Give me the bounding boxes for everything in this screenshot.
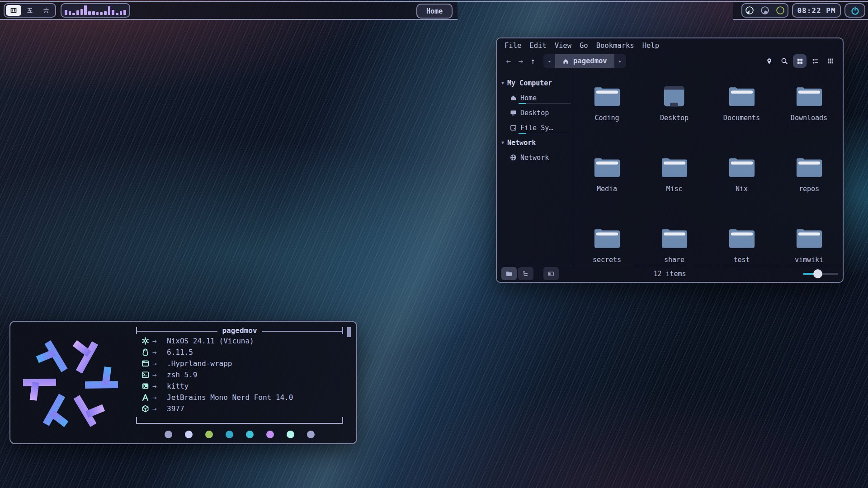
folder-vimwiki[interactable]: vimwiki <box>775 227 843 298</box>
folder-media[interactable]: Media <box>573 156 641 227</box>
grid-view-icon <box>796 57 804 65</box>
folder-misc[interactable]: Misc <box>641 156 708 227</box>
folder-nix[interactable]: Nix <box>708 156 775 227</box>
fastfetch-host-title: pagedmov <box>222 327 257 335</box>
folder-label: repos <box>799 185 819 193</box>
menu-help[interactable]: Help <box>638 41 663 50</box>
path-current-location[interactable]: pagedmov <box>555 54 614 68</box>
font-icon <box>142 394 152 401</box>
fastfetch-value: .Hyprland-wrapp <box>167 359 232 368</box>
sidebar-item-filesy[interactable]: File Sy… <box>497 120 573 135</box>
folder-icon <box>728 227 756 249</box>
folder-downloads[interactable]: Downloads <box>775 85 843 156</box>
file-manager-window: FileEditViewGoBookmarksHelp ← → ↑ ◂ page… <box>496 38 844 283</box>
tree-pane-button[interactable] <box>518 267 533 280</box>
package-icon <box>142 405 152 413</box>
compact-view-button[interactable] <box>824 54 837 68</box>
folder-documents[interactable]: Documents <box>708 85 775 156</box>
power-icon <box>850 6 860 15</box>
sidebar-item-home[interactable]: Home <box>497 90 573 105</box>
back-button[interactable]: ← <box>502 56 514 66</box>
icon-zoom-slider[interactable] <box>803 269 838 278</box>
fastfetch-value: 6.11.5 <box>167 348 193 357</box>
folder-label: Documents <box>723 114 760 122</box>
path-location-label: pagedmov <box>573 57 607 65</box>
palette-dot <box>165 431 172 438</box>
places-pane-button[interactable] <box>501 267 517 280</box>
palette-dot <box>185 431 193 438</box>
power-button[interactable] <box>844 3 865 18</box>
folder-icon <box>593 85 621 108</box>
folder-secrets[interactable]: secrets <box>573 227 641 298</box>
menu-go[interactable]: Go <box>576 41 592 50</box>
icon-view-button[interactable] <box>793 54 807 68</box>
shell-icon <box>142 371 152 379</box>
visualizer-bar <box>112 10 114 15</box>
folder-label: share <box>664 256 684 264</box>
path-prev-button[interactable]: ◂ <box>543 54 555 68</box>
toolbar-view-controls <box>762 54 837 68</box>
fastfetch-value: zsh 5.9 <box>167 371 197 379</box>
visualizer-bar <box>120 11 123 15</box>
fastfetch-row: →JetBrains Mono Nerd Font 14.0 <box>136 392 343 403</box>
folder-coding[interactable]: Coding <box>573 85 641 156</box>
palette-dot <box>246 431 254 438</box>
visualizer-bar <box>100 12 103 15</box>
sidebar-item-network[interactable]: Network <box>497 150 573 165</box>
search-button[interactable] <box>778 54 791 68</box>
list-view-button[interactable] <box>808 54 822 68</box>
folder-label: Coding <box>594 114 619 122</box>
menubar: FileEditViewGoBookmarksHelp <box>497 38 843 52</box>
folder-desktop[interactable]: Desktop <box>641 85 708 156</box>
arrow-icon: → <box>152 359 167 368</box>
fastfetch-value: NixOS 24.11 (Vicuna) <box>167 337 254 345</box>
visualizer-bar <box>96 12 99 15</box>
folder-icon <box>660 227 689 249</box>
places-sidebar: ▼My ComputerHomeDesktopFile Sy…▼NetworkN… <box>497 70 573 265</box>
location-pin-button[interactable] <box>762 54 776 68</box>
collapse-arrow-icon: ▼ <box>501 140 504 145</box>
folder-test[interactable]: test <box>708 227 775 298</box>
menu-bookmarks[interactable]: Bookmarks <box>592 41 638 50</box>
workspace-1[interactable] <box>6 5 21 16</box>
collapse-arrow-icon: ▼ <box>501 80 504 85</box>
folder-repos[interactable]: repos <box>775 156 843 227</box>
path-next-button[interactable]: ▸ <box>614 54 626 68</box>
statusbar: 12 items <box>497 265 843 282</box>
menu-view[interactable]: View <box>551 41 576 50</box>
visualizer-bar <box>123 10 126 15</box>
home-icon <box>510 94 517 101</box>
folder-label: Desktop <box>660 114 689 122</box>
visualizer-bar <box>92 11 95 15</box>
workspace-2[interactable] <box>22 5 38 16</box>
arrow-icon: → <box>152 371 167 379</box>
folder-pane-icon <box>505 270 513 277</box>
forward-button[interactable]: → <box>514 56 527 66</box>
active-window-title: Home <box>416 4 453 19</box>
up-button[interactable]: ↑ <box>527 56 539 66</box>
arrow-icon: → <box>152 393 167 402</box>
location-pin-icon <box>765 57 773 65</box>
folder-label: Misc <box>666 185 682 193</box>
list-view-icon <box>811 57 819 65</box>
fastfetch-value: 3977 <box>167 404 184 413</box>
gauge-2 <box>760 5 770 15</box>
sidebar-section-my-computer[interactable]: ▼My Computer <box>497 75 573 90</box>
sidebar-section-network[interactable]: ▼Network <box>497 135 573 150</box>
sidebar-item-desktop[interactable]: Desktop <box>497 105 573 120</box>
slider-handle[interactable] <box>813 269 822 278</box>
menu-edit[interactable]: Edit <box>525 41 550 50</box>
workspace-3[interactable] <box>38 5 54 16</box>
arrow-icon: → <box>152 348 167 357</box>
folder-label: test <box>733 256 750 264</box>
menu-file[interactable]: File <box>500 41 525 50</box>
fastfetch-row: →.Hyprland-wrapp <box>136 358 343 369</box>
fastfetch-row: →6.11.5 <box>136 347 343 358</box>
fastfetch-row: →3977 <box>136 403 343 414</box>
toolbar: ← → ↑ ◂ pagedmov ▸ <box>497 52 843 70</box>
folder-share[interactable]: share <box>641 227 708 298</box>
folder-label: Nix <box>736 185 748 193</box>
home-icon <box>562 58 569 65</box>
toggle-sidepane-button[interactable] <box>543 267 559 280</box>
visualizer-bar <box>76 10 79 15</box>
